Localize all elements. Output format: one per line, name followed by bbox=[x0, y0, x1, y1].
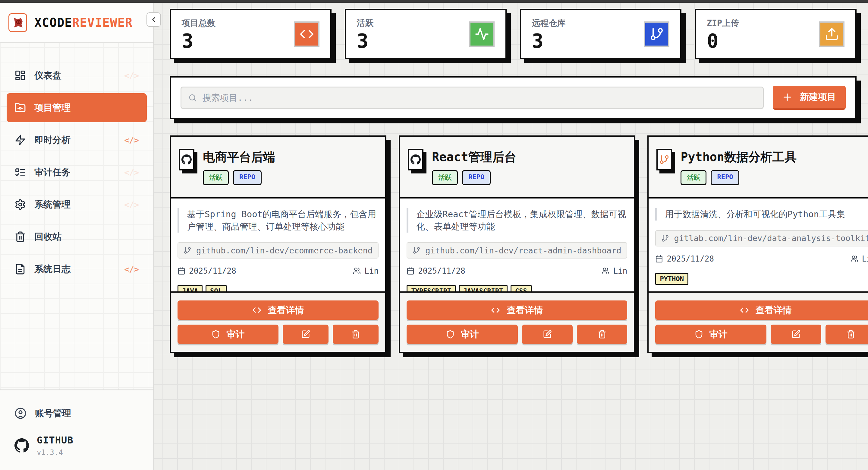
app-version: v1.3.4 bbox=[37, 448, 73, 457]
sidebar-item-recycle-bin[interactable]: 回收站 bbox=[7, 222, 147, 251]
badge-row: 活跃 REPO bbox=[432, 170, 516, 185]
updated-date: 2025/11/28 bbox=[655, 254, 714, 263]
sidebar-item-label: 审计任务 bbox=[34, 166, 70, 179]
github-icon bbox=[14, 438, 29, 453]
search-input[interactable] bbox=[203, 93, 756, 103]
calendar-icon bbox=[178, 267, 185, 275]
sidebar-item-projects[interactable]: 项目管理 bbox=[7, 93, 147, 122]
sidebar-item-system-admin[interactable]: 系统管理 </> bbox=[7, 190, 147, 219]
search-box[interactable] bbox=[181, 87, 764, 109]
chevron-left-icon bbox=[150, 16, 158, 24]
view-details-button[interactable]: 查看详情 bbox=[178, 300, 378, 320]
shield-icon bbox=[446, 330, 455, 339]
sidebar-item-label: 仪表盘 bbox=[34, 69, 61, 82]
search-icon bbox=[188, 93, 197, 102]
git-branch-icon bbox=[184, 246, 191, 254]
stat-card-zip-uploads: ZIP上传 0 bbox=[695, 9, 857, 59]
status-badge: 活跃 bbox=[432, 170, 458, 185]
stat-card-remote-repos: 远程仓库 3 bbox=[520, 9, 682, 59]
edit-button[interactable] bbox=[771, 325, 821, 344]
trash-icon bbox=[846, 330, 855, 339]
project-card-footer: 查看详情 审计 bbox=[400, 291, 634, 352]
view-details-button[interactable]: 查看详情 bbox=[407, 300, 627, 320]
project-owner: Lin bbox=[601, 266, 627, 275]
new-project-button[interactable]: 新建项目 bbox=[773, 86, 846, 110]
project-card-grid: 电商平台后端 活跃 REPO 基于Spring Boot的电商平台后端服务，包含… bbox=[170, 136, 857, 353]
upload-icon bbox=[819, 22, 844, 47]
folder-git-icon bbox=[14, 102, 26, 113]
file-text-icon bbox=[14, 263, 26, 275]
sidebar-item-label: 项目管理 bbox=[34, 102, 70, 114]
project-meta: 2025/11/28 Lin bbox=[407, 266, 627, 275]
toolbar-panel: 新建项目 bbox=[170, 76, 857, 119]
view-details-label: 查看详情 bbox=[755, 304, 792, 317]
users-icon bbox=[353, 267, 361, 275]
project-meta: 2025/11/28 Lin bbox=[178, 266, 378, 275]
user-circle-icon bbox=[14, 407, 27, 419]
project-title: React管理后台 bbox=[432, 149, 516, 165]
sidebar-item-dashboard[interactable]: 仪表盘 </> bbox=[7, 61, 147, 90]
status-badge: 活跃 bbox=[681, 170, 707, 185]
brand-primary: XCODE bbox=[34, 16, 72, 30]
sidebar-item-instant-analysis[interactable]: 即时分析 </> bbox=[7, 125, 147, 154]
delete-button[interactable] bbox=[333, 325, 378, 344]
edit-button[interactable] bbox=[522, 325, 572, 344]
project-card-body: 用于数据清洗、分析和可视化的Python工具集 gitlab.com/lin-d… bbox=[649, 199, 868, 291]
project-card: Python数据分析工具 活跃 REPO 用于数据清洗、分析和可视化的Pytho… bbox=[647, 136, 868, 353]
audit-button[interactable]: 审计 bbox=[178, 325, 278, 344]
updated-date: 2025/11/28 bbox=[407, 266, 465, 275]
repo-badge: REPO bbox=[233, 170, 261, 185]
audit-button[interactable]: 审计 bbox=[655, 325, 767, 344]
fox-origami-logo-icon bbox=[11, 16, 24, 29]
delete-button[interactable] bbox=[577, 325, 627, 344]
sidebar-item-label: 系统日志 bbox=[34, 263, 70, 275]
edit-icon bbox=[301, 330, 310, 339]
main-content: 项目总数 3 活跃 3 远程仓库 3 bbox=[155, 3, 868, 470]
audit-label: 审计 bbox=[461, 328, 479, 341]
sidebar-footer: 账号管理 GITHUB v1.3.4 bbox=[0, 389, 153, 470]
language-tag: TYPESCRIPT bbox=[407, 285, 456, 291]
code-marker-icon: </> bbox=[124, 136, 139, 145]
sidebar-item-audit-tasks[interactable]: 审计任务 </> bbox=[7, 158, 147, 187]
language-tag: PYTHON bbox=[655, 273, 688, 285]
secondary-actions: 审计 bbox=[655, 325, 868, 344]
sidebar-item-label: 系统管理 bbox=[34, 199, 70, 211]
audit-button[interactable]: 审计 bbox=[407, 325, 518, 344]
view-details-button[interactable]: 查看详情 bbox=[655, 300, 868, 320]
account-label: 账号管理 bbox=[35, 407, 71, 420]
project-title: 电商平台后端 bbox=[203, 149, 275, 165]
stat-label: 项目总数 bbox=[182, 18, 216, 29]
updated-date-value: 2025/11/28 bbox=[418, 266, 465, 275]
trash-icon bbox=[14, 231, 26, 242]
delete-button[interactable] bbox=[826, 325, 868, 344]
code-marker-icon: </> bbox=[124, 71, 139, 80]
project-card-footer: 查看详情 审计 bbox=[171, 291, 385, 352]
code-icon bbox=[252, 305, 261, 315]
project-description: 基于Spring Boot的电商平台后端服务，包含用户管理、商品管理、订单处理等… bbox=[178, 208, 378, 233]
stat-label: ZIP上传 bbox=[707, 18, 739, 29]
badge-row: 活跃 REPO bbox=[203, 170, 275, 185]
sidebar-item-system-logs[interactable]: 系统日志 </> bbox=[7, 255, 147, 284]
edit-button[interactable] bbox=[283, 325, 329, 344]
updated-date-value: 2025/11/28 bbox=[189, 266, 236, 275]
view-details-label: 查看详情 bbox=[507, 304, 543, 317]
project-card-body: 企业级React管理后台模板，集成权限管理、数据可视化、表单处理等功能 gith… bbox=[400, 199, 634, 291]
calendar-icon bbox=[407, 267, 414, 275]
sidebar-collapse-button[interactable] bbox=[147, 12, 161, 27]
language-tag: JAVASCRIPT bbox=[459, 285, 507, 291]
secondary-actions: 审计 bbox=[407, 325, 627, 344]
language-tag: CSS bbox=[510, 285, 532, 291]
project-owner: Lin bbox=[353, 266, 378, 275]
git-branch-icon bbox=[412, 246, 421, 254]
edit-icon bbox=[792, 330, 801, 339]
language-tag: SQL bbox=[206, 285, 227, 291]
project-card-header: 电商平台后端 活跃 REPO bbox=[171, 137, 385, 199]
repo-url-box: github.com/lin-dev/react-admin-dashboard bbox=[407, 242, 627, 259]
stat-label: 远程仓库 bbox=[532, 18, 566, 29]
sidebar-item-account[interactable]: 账号管理 bbox=[7, 401, 147, 426]
repo-url-box: github.com/lin-dev/ecommerce-backend bbox=[178, 242, 378, 259]
code-marker-icon: </> bbox=[124, 265, 139, 274]
project-meta: 2025/11/28 Lin bbox=[655, 254, 868, 263]
activity-icon bbox=[469, 22, 495, 47]
stat-value: 3 bbox=[532, 31, 566, 51]
